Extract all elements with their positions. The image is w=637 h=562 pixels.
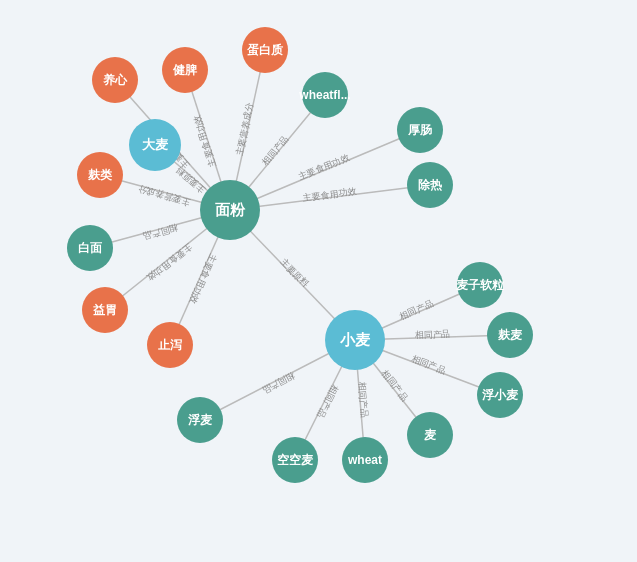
svg-text:主要食用功效: 主要食用功效 — [145, 242, 193, 284]
graph-node-蛋白质[interactable]: 蛋白质 — [242, 27, 288, 73]
svg-text:主要营养成分: 主要营养成分 — [137, 184, 192, 208]
svg-text:相同产品: 相同产品 — [261, 370, 298, 395]
svg-text:主要原料: 主要原料 — [279, 256, 311, 289]
svg-text:相同产品: 相同产品 — [315, 383, 340, 420]
svg-line-8 — [230, 185, 430, 210]
svg-text:主要食用功效: 主要食用功效 — [192, 114, 218, 168]
graph-node-麸类[interactable]: 麸类 — [77, 152, 123, 198]
graph-node-浮小麦[interactable]: 浮小麦 — [477, 372, 523, 418]
graph-node-麦子软粒[interactable]: 麦子软粒 — [457, 262, 503, 308]
graph-node-益胃[interactable]: 益胃 — [82, 287, 128, 333]
graph-canvas: 主要原料主要营养成分相同产品主要食用功效主要食用功效主要食用功效主要食用功效主要… — [0, 0, 637, 562]
graph-node-面粉[interactable]: 面粉 — [200, 180, 260, 240]
graph-node-养心[interactable]: 养心 — [92, 57, 138, 103]
svg-text:主要食用功效: 主要食用功效 — [297, 152, 351, 182]
svg-text:主要食用功效: 主要食用功效 — [302, 186, 357, 203]
svg-text:主要原料: 主要原料 — [174, 164, 208, 195]
graph-node-麸麦[interactable]: 麸麦 — [487, 312, 533, 358]
graph-node-wheatfl[interactable]: wheatfl... — [302, 72, 348, 118]
svg-text:相同产品: 相同产品 — [398, 298, 435, 322]
svg-text:相同产品: 相同产品 — [410, 354, 447, 376]
svg-text:相同产品: 相同产品 — [357, 381, 370, 418]
graph-node-厚肠[interactable]: 厚肠 — [397, 107, 443, 153]
graph-node-空空麦[interactable]: 空空麦 — [272, 437, 318, 483]
svg-text:主要食用功效: 主要食用功效 — [187, 252, 218, 305]
graph-node-浮麦[interactable]: 浮麦 — [177, 397, 223, 443]
svg-text:相同产品: 相同产品 — [380, 368, 410, 402]
graph-node-白面[interactable]: 白面 — [67, 225, 113, 271]
graph-node-小麦[interactable]: 小麦 — [325, 310, 385, 370]
svg-text:主要营养成分: 主要营养成分 — [234, 102, 255, 157]
graph-node-止泻[interactable]: 止泻 — [147, 322, 193, 368]
svg-text:相同产品: 相同产品 — [414, 329, 450, 340]
graph-node-除热[interactable]: 除热 — [407, 162, 453, 208]
graph-node-麦[interactable]: 麦 — [407, 412, 453, 458]
svg-line-6 — [230, 130, 420, 210]
svg-text:相同产品: 相同产品 — [142, 222, 179, 241]
graph-node-wheat[interactable]: wheat — [342, 437, 388, 483]
graph-node-大麦[interactable]: 大麦 — [129, 119, 181, 171]
graph-node-健脾[interactable]: 健脾 — [162, 47, 208, 93]
svg-text:相同产品: 相同产品 — [260, 134, 291, 168]
